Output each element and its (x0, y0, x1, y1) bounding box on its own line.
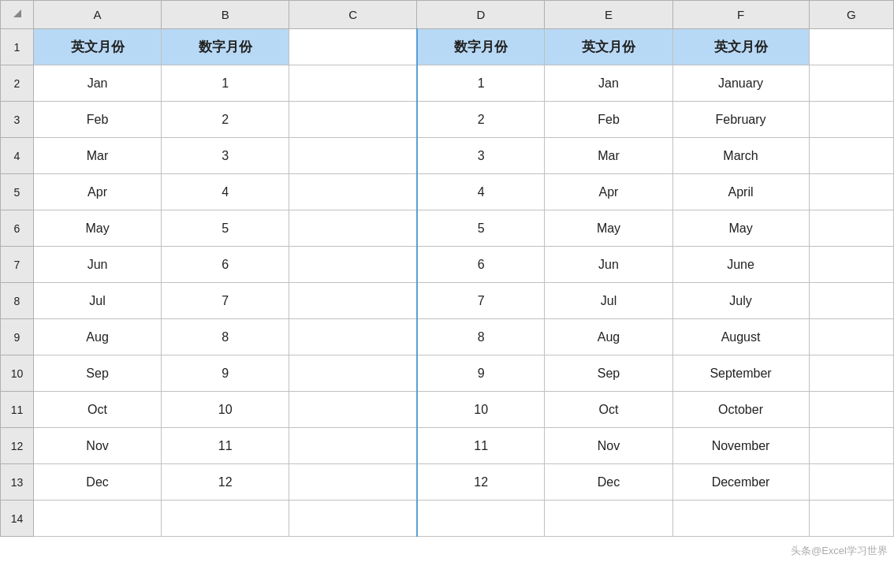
col-header-e[interactable]: E (545, 1, 672, 29)
cell-a8[interactable]: Jul (34, 283, 162, 319)
cell-f12[interactable]: November (672, 428, 809, 464)
cell-f3[interactable]: February (672, 102, 809, 138)
cell-g1 (809, 29, 893, 65)
cell-b5[interactable]: 4 (162, 174, 289, 210)
cell-b10[interactable]: 9 (162, 355, 289, 392)
cell-a7[interactable]: Jun (34, 247, 162, 283)
cell-e12[interactable]: Nov (545, 428, 672, 464)
cell-a6[interactable]: May (34, 210, 162, 247)
cell-d11[interactable]: 10 (417, 392, 545, 428)
cell-c4[interactable] (289, 138, 417, 174)
cell-d1[interactable]: 数字月份 (417, 29, 545, 65)
col-header-b[interactable]: B (162, 1, 289, 29)
cell-c12[interactable] (289, 428, 417, 464)
cell-d8[interactable]: 7 (417, 283, 545, 319)
cell-c1[interactable] (289, 29, 417, 65)
cell-a4[interactable]: Mar (34, 138, 162, 174)
cell-d9[interactable]: 8 (417, 319, 545, 355)
cell-f7[interactable]: June (672, 247, 809, 283)
cell-e7[interactable]: Jun (545, 247, 672, 283)
cell-e13[interactable]: Dec (545, 464, 672, 501)
col-header-a[interactable]: A (34, 1, 162, 29)
cell-g14 (809, 501, 893, 537)
cell-e5[interactable]: Apr (545, 174, 672, 210)
cell-c2[interactable] (289, 65, 417, 102)
cell-d7[interactable]: 6 (417, 247, 545, 283)
cell-a9[interactable]: Aug (34, 319, 162, 355)
cell-d10[interactable]: 9 (417, 355, 545, 392)
cell-a11[interactable]: Oct (34, 392, 162, 428)
cell-e2[interactable]: Jan (545, 65, 672, 102)
cell-a1[interactable]: 英文月份 (34, 29, 162, 65)
cell-e1[interactable]: 英文月份 (545, 29, 672, 65)
cell-a5[interactable]: Apr (34, 174, 162, 210)
cell-c3[interactable] (289, 102, 417, 138)
cell-b6[interactable]: 5 (162, 210, 289, 247)
cell-f5[interactable]: April (672, 174, 809, 210)
cell-e4[interactable]: Mar (545, 138, 672, 174)
cell-b2[interactable]: 1 (162, 65, 289, 102)
cell-f13[interactable]: December (672, 464, 809, 501)
cell-d13[interactable]: 12 (417, 464, 545, 501)
cell-c7[interactable] (289, 247, 417, 283)
cell-c14[interactable] (289, 501, 417, 537)
cell-b7[interactable]: 6 (162, 247, 289, 283)
cell-a2[interactable]: Jan (34, 65, 162, 102)
cell-c13[interactable] (289, 464, 417, 501)
cell-g13 (809, 464, 893, 501)
row-number: 9 (1, 319, 34, 355)
cell-d3[interactable]: 2 (417, 102, 545, 138)
table-row: 7Jun66JunJune (1, 247, 894, 283)
cell-c8[interactable] (289, 283, 417, 319)
col-header-g[interactable]: G (809, 1, 893, 29)
cell-f11[interactable]: October (672, 392, 809, 428)
cell-a10[interactable]: Sep (34, 355, 162, 392)
cell-b12[interactable]: 11 (162, 428, 289, 464)
cell-f9[interactable]: August (672, 319, 809, 355)
col-header-f[interactable]: F (672, 1, 809, 29)
cell-e11[interactable]: Oct (545, 392, 672, 428)
cell-e8[interactable]: Jul (545, 283, 672, 319)
cell-b3[interactable]: 2 (162, 102, 289, 138)
cell-c10[interactable] (289, 355, 417, 392)
cell-e6[interactable]: May (545, 210, 672, 247)
cell-e9[interactable]: Aug (545, 319, 672, 355)
cell-f14[interactable] (672, 501, 809, 537)
cell-d6[interactable]: 5 (417, 210, 545, 247)
cell-b8[interactable]: 7 (162, 283, 289, 319)
cell-e10[interactable]: Sep (545, 355, 672, 392)
cell-b13[interactable]: 12 (162, 464, 289, 501)
cell-a13[interactable]: Dec (34, 464, 162, 501)
cell-g6 (809, 210, 893, 247)
cell-b14[interactable] (162, 501, 289, 537)
spreadsheet: A B C D E F G 1 英文月份 数字月份 数字月份 英文月份 英文月份 (0, 0, 894, 588)
cell-f8[interactable]: July (672, 283, 809, 319)
cell-c5[interactable] (289, 174, 417, 210)
cell-b1[interactable]: 数字月份 (162, 29, 289, 65)
cell-f4[interactable]: March (672, 138, 809, 174)
cell-a3[interactable]: Feb (34, 102, 162, 138)
col-header-d[interactable]: D (417, 1, 545, 29)
cell-d14[interactable] (417, 501, 545, 537)
cell-d4[interactable]: 3 (417, 138, 545, 174)
cell-d5[interactable]: 4 (417, 174, 545, 210)
cell-f10[interactable]: September (672, 355, 809, 392)
cell-e14[interactable] (545, 501, 672, 537)
cell-b9[interactable]: 8 (162, 319, 289, 355)
cell-g7 (809, 247, 893, 283)
cell-f2[interactable]: January (672, 65, 809, 102)
cell-b4[interactable]: 3 (162, 138, 289, 174)
cell-d12[interactable]: 11 (417, 428, 545, 464)
cell-d2[interactable]: 1 (417, 65, 545, 102)
cell-e3[interactable]: Feb (545, 102, 672, 138)
col-header-c[interactable]: C (289, 1, 417, 29)
cell-f1[interactable]: 英文月份 (672, 29, 809, 65)
cell-c6[interactable] (289, 210, 417, 247)
cell-c9[interactable] (289, 319, 417, 355)
column-header-row: A B C D E F G (1, 1, 894, 29)
cell-c11[interactable] (289, 392, 417, 428)
cell-a12[interactable]: Nov (34, 428, 162, 464)
cell-f6[interactable]: May (672, 210, 809, 247)
cell-a14[interactable] (34, 501, 162, 537)
cell-b11[interactable]: 10 (162, 392, 289, 428)
